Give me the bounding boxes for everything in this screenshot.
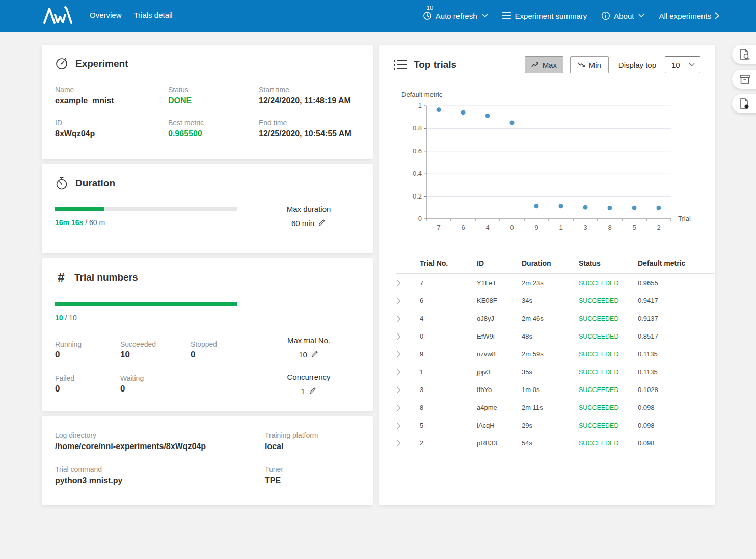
cell-status: SUCCEEDED	[579, 386, 638, 394]
document-search-icon	[739, 48, 750, 61]
nav-tabs: Overview Trials detail	[90, 11, 173, 21]
max-button[interactable]: Max	[525, 56, 563, 73]
table-row[interactable]: 8 a4pme 2m 11s SUCCEEDED 0.098	[396, 399, 714, 416]
svg-text:0: 0	[418, 215, 422, 222]
edit-concurrency-icon[interactable]	[309, 386, 317, 396]
trials-progress-bar	[55, 302, 237, 306]
trials-total: / 10	[63, 314, 77, 322]
row-expand-icon[interactable]	[396, 280, 420, 287]
stopwatch-icon	[55, 176, 68, 190]
cell-duration: 29s	[522, 422, 579, 429]
chevron-down-icon	[482, 14, 488, 18]
max-trial-value: 10	[299, 350, 307, 359]
tab-overview[interactable]: Overview	[90, 11, 122, 21]
tab-trials-detail[interactable]: Trials detail	[134, 11, 173, 21]
table-header-row: Trial No. ID Duration Status Default met…	[396, 253, 714, 274]
field-label: ID	[55, 119, 168, 127]
cell-metric: 0.1028	[638, 386, 714, 394]
config-archive-button[interactable]	[732, 70, 756, 89]
row-expand-icon[interactable]	[396, 404, 420, 411]
edit-max-trial-icon[interactable]	[311, 350, 319, 359]
cell-duration: 54s	[522, 439, 579, 447]
trial-numbers-card-title: Trial numbers	[74, 272, 138, 283]
field-label: Name	[55, 86, 168, 94]
field-label: Log directory	[55, 431, 265, 439]
cell-id: nzvw8	[477, 350, 522, 358]
row-expand-icon[interactable]	[396, 351, 420, 358]
table-row[interactable]: 6 KE08F 34s SUCCEEDED 0.9417	[396, 292, 714, 310]
about-menu[interactable]: About	[601, 11, 644, 20]
cell-id: oJ8yJ	[477, 315, 522, 322]
row-expand-icon[interactable]	[396, 422, 420, 429]
table-row[interactable]: 4 oJ8yJ 2m 46s SUCCEEDED 0.9137	[396, 310, 714, 327]
table-row[interactable]: 0 EfW9i 48s SUCCEEDED 0.8517	[396, 327, 714, 345]
svg-text:7: 7	[437, 223, 440, 231]
svg-text:2: 2	[657, 223, 660, 231]
search-space-button[interactable]	[732, 45, 756, 64]
trial-status-stats: Running 0 Succeeded 10 Stopped 0 Failed …	[55, 340, 258, 396]
table-row[interactable]: 9 nzvw8 2m 59s SUCCEEDED 0.1135	[396, 345, 714, 363]
log-file-button[interactable]	[732, 94, 756, 113]
hash-icon: #	[55, 270, 67, 285]
field-value: DONE	[168, 96, 259, 105]
field-value: 12/24/2020, 11:48:19 AM	[259, 96, 360, 105]
all-experiments-link[interactable]: All experiments	[659, 12, 719, 20]
max-duration-value: 60 min	[291, 219, 314, 228]
cell-trial-no: 0	[420, 332, 477, 340]
row-expand-icon[interactable]	[396, 297, 420, 304]
experiment-summary-button[interactable]: Experiment summary	[502, 12, 587, 20]
row-expand-icon[interactable]	[396, 315, 420, 322]
display-top-dropdown[interactable]: 10	[665, 56, 700, 73]
row-expand-icon[interactable]	[396, 333, 420, 340]
cell-trial-no: 6	[420, 297, 477, 304]
row-expand-icon[interactable]	[396, 369, 420, 376]
refresh-interval-badge: 10	[427, 5, 433, 11]
trend-down-icon	[578, 62, 585, 68]
cell-duration: 2m 59s	[522, 350, 579, 358]
field-value: TPE	[265, 476, 360, 485]
stat-value: 0	[55, 384, 120, 394]
top-navbar: Overview Trials detail 10 Auto refresh E…	[0, 0, 756, 32]
status-stat: Stopped 0	[191, 340, 252, 362]
field-value: /home/core/nni-experiments/8xWqz04p	[55, 442, 265, 451]
table-row[interactable]: 5 iAcqH 29s SUCCEEDED 0.098	[396, 416, 714, 434]
duration-progress-fill	[55, 207, 104, 211]
table-row[interactable]: 3 IfhYo 1m 0s SUCCEEDED 0.1028	[396, 381, 714, 399]
config-fields: Log directory /home/core/nni-experiments…	[55, 431, 360, 485]
experiment-field: Best metric 0.965500	[168, 119, 259, 138]
stat-value: 0	[120, 384, 191, 394]
row-expand-icon[interactable]	[396, 386, 420, 394]
field-label: Best metric	[168, 119, 259, 127]
display-top-label: Display top	[618, 61, 656, 69]
stat-value: 10	[120, 350, 191, 360]
experiment-card: Experiment Name example_mnist Status DON…	[42, 45, 373, 159]
min-button[interactable]: Min	[570, 56, 609, 73]
svg-text:6: 6	[461, 223, 465, 231]
col-status: Status	[579, 259, 638, 267]
field-label: Start time	[259, 86, 360, 94]
cell-trial-no: 4	[420, 315, 477, 322]
bulleted-list-icon	[393, 59, 407, 71]
svg-text:9: 9	[534, 223, 538, 231]
elapsed-time: 16m 16s	[55, 218, 83, 227]
col-duration: Duration	[522, 259, 579, 267]
table-row[interactable]: 1 jpjv3 35s SUCCEEDED 0.1135	[396, 363, 714, 381]
field-label: Trial command	[55, 465, 265, 473]
cell-metric: 0.9417	[638, 297, 714, 304]
cell-id: pRB33	[477, 439, 522, 447]
cell-duration: 2m 11s	[522, 404, 579, 411]
cell-status: SUCCEEDED	[579, 351, 638, 358]
cell-status: SUCCEEDED	[579, 297, 638, 304]
cell-duration: 35s	[522, 368, 579, 376]
table-row[interactable]: 7 Y1LeT 2m 23s SUCCEEDED 0.9655	[396, 274, 714, 292]
status-stat: Succeeded 10	[120, 340, 191, 362]
edit-max-duration-icon[interactable]	[318, 218, 326, 228]
experiment-fields: Name example_mnist Status DONE Start tim…	[55, 86, 360, 138]
cell-status: SUCCEEDED	[579, 333, 638, 340]
status-stat: Failed 0	[55, 374, 120, 396]
stat-label: Failed	[55, 374, 120, 382]
auto-refresh-menu[interactable]: 10 Auto refresh	[423, 11, 488, 20]
config-card: Log directory /home/core/nni-experiments…	[42, 416, 373, 505]
row-expand-icon[interactable]	[396, 440, 420, 447]
table-row[interactable]: 2 pRB33 54s SUCCEEDED 0.098	[396, 434, 714, 452]
